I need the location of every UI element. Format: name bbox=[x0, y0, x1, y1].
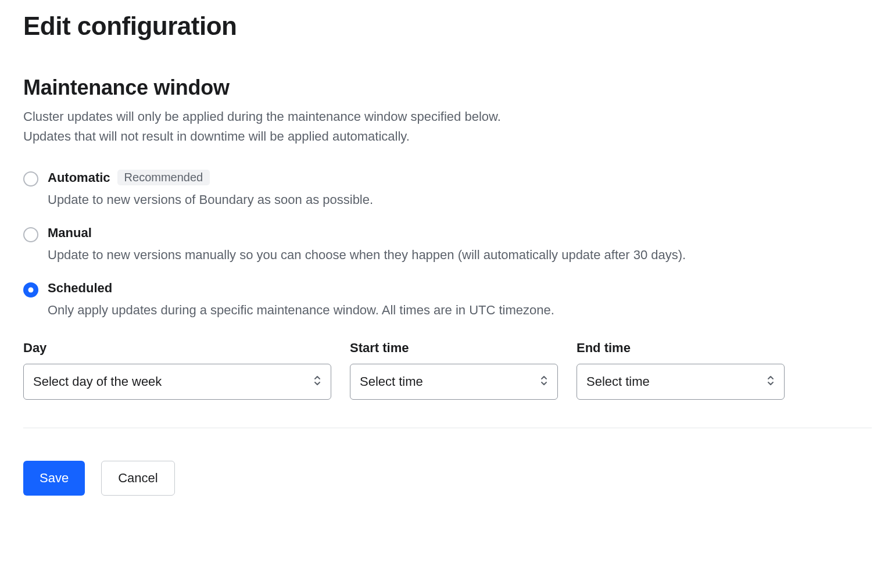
schedule-fields: Day Select day of the week Start time Se… bbox=[23, 340, 872, 400]
cancel-button[interactable]: Cancel bbox=[101, 461, 174, 496]
start-time-label: Start time bbox=[350, 340, 558, 356]
end-time-label: End time bbox=[577, 340, 785, 356]
save-button[interactable]: Save bbox=[23, 461, 85, 496]
radio-label-automatic: Automatic bbox=[48, 170, 110, 185]
section-description-line2: Updates that will not result in downtime… bbox=[23, 129, 410, 144]
radio-description-automatic: Update to new versions of Boundary as so… bbox=[48, 190, 872, 209]
radio-option-automatic[interactable]: Automatic Recommended Update to new vers… bbox=[23, 170, 872, 209]
radio-button-automatic[interactable] bbox=[23, 171, 38, 187]
radio-label-scheduled: Scheduled bbox=[48, 281, 112, 296]
start-time-field: Start time Select time bbox=[350, 340, 558, 400]
maintenance-mode-radio-group: Automatic Recommended Update to new vers… bbox=[23, 170, 872, 320]
radio-description-manual: Update to new versions manually so you c… bbox=[48, 245, 872, 264]
day-select[interactable]: Select day of the week bbox=[23, 364, 331, 400]
recommended-badge: Recommended bbox=[117, 170, 210, 185]
radio-label-manual: Manual bbox=[48, 225, 92, 241]
section-description: Cluster updates will only be applied dur… bbox=[23, 107, 872, 146]
divider bbox=[23, 428, 872, 428]
day-field: Day Select day of the week bbox=[23, 340, 331, 400]
radio-button-scheduled[interactable] bbox=[23, 282, 38, 297]
day-label: Day bbox=[23, 340, 331, 356]
section-description-line1: Cluster updates will only be applied dur… bbox=[23, 109, 501, 124]
radio-button-manual[interactable] bbox=[23, 227, 38, 242]
page-title: Edit configuration bbox=[23, 12, 872, 41]
radio-option-scheduled[interactable]: Scheduled Only apply updates during a sp… bbox=[23, 281, 872, 320]
end-time-field: End time Select time bbox=[577, 340, 785, 400]
radio-description-scheduled: Only apply updates during a specific mai… bbox=[48, 300, 872, 320]
radio-option-manual[interactable]: Manual Update to new versions manually s… bbox=[23, 225, 872, 264]
section-title: Maintenance window bbox=[23, 76, 872, 100]
end-time-select[interactable]: Select time bbox=[577, 364, 785, 400]
start-time-select[interactable]: Select time bbox=[350, 364, 558, 400]
form-actions: Save Cancel bbox=[23, 461, 872, 496]
